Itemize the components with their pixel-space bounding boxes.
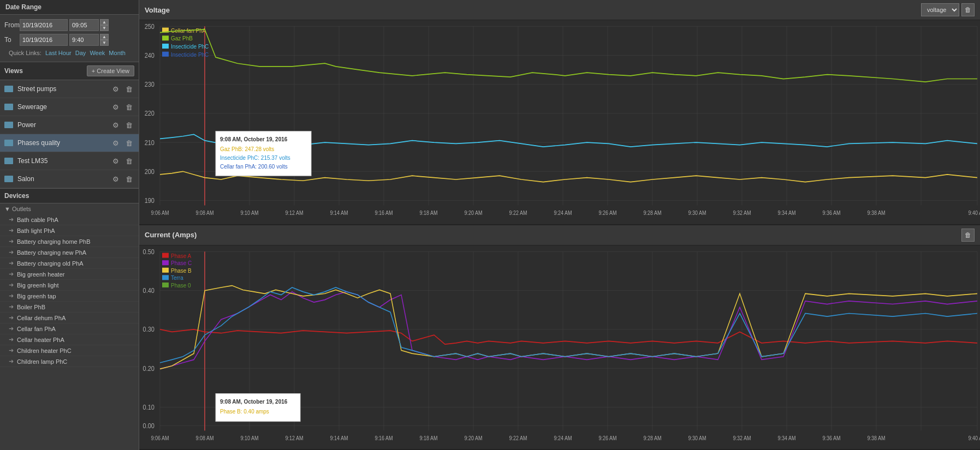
device-name: Cellar heater PhA	[17, 337, 64, 343]
view-item-test-lm35[interactable]: Test LM35 ⚙ 🗑	[0, 152, 139, 170]
view-icon-street-pumps	[4, 86, 13, 92]
device-children-lamp-phc[interactable]: ➜Children lamp PhC	[0, 356, 139, 367]
view-delete-sewerage[interactable]: 🗑	[123, 101, 134, 112]
view-settings-power[interactable]: ⚙	[110, 119, 121, 130]
current-chart-body: 0.50 0.40 0.30 0.20 0.10 0.00	[139, 245, 980, 449]
device-battery-charging-old-pha[interactable]: ➜Battery charging old PhA	[0, 258, 139, 269]
view-item-power[interactable]: Power ⚙ 🗑	[0, 116, 139, 134]
svg-text:9:20 AM: 9:20 AM	[464, 209, 482, 216]
view-item-street-pumps[interactable]: Street pumps ⚙ 🗑	[0, 80, 139, 98]
date-range-section: From ▲ ▼ To ▲ ▼ Quick Links: Last Hour D…	[0, 15, 139, 62]
svg-text:0.00: 0.00	[143, 422, 155, 429]
from-time-up[interactable]: ▲	[100, 19, 109, 25]
device-big-greenh-heater[interactable]: ➜Big greenh heater	[0, 269, 139, 280]
view-settings-street-pumps[interactable]: ⚙	[110, 83, 121, 94]
view-settings-test-lm35[interactable]: ⚙	[110, 155, 121, 166]
device-cellar-fan-pha[interactable]: ➜Cellar fan PhA	[0, 323, 139, 334]
svg-text:0.10: 0.10	[143, 403, 155, 411]
device-cellar-dehum-pha[interactable]: ➜Cellar dehum PhA	[0, 313, 139, 323]
to-time-up[interactable]: ▲	[100, 34, 109, 40]
view-actions-salon: ⚙ 🗑	[110, 173, 134, 184]
device-big-greenh-light[interactable]: ➜Big greenh light	[0, 280, 139, 291]
quick-link-day[interactable]: Day	[75, 50, 86, 56]
view-settings-sewerage[interactable]: ⚙	[110, 101, 121, 112]
view-name-sewerage: Sewerage	[17, 103, 110, 111]
current-chart-header: Current (Amps) 🗑	[139, 225, 980, 245]
device-bath-light-pha[interactable]: ➜Bath light PhA	[0, 225, 139, 236]
quick-link-month[interactable]: Month	[109, 50, 126, 56]
svg-text:Phase C: Phase C	[171, 259, 192, 266]
view-item-sewerage[interactable]: Sewerage ⚙ 🗑	[0, 98, 139, 116]
to-time-spinner[interactable]: ▲ ▼	[100, 34, 109, 46]
svg-text:9:24 AM: 9:24 AM	[554, 209, 572, 216]
device-battery-charging-new-pha[interactable]: ➜Battery charging new PhA	[0, 247, 139, 258]
svg-text:9:16 AM: 9:16 AM	[375, 434, 393, 441]
to-time-input[interactable]	[69, 34, 99, 46]
svg-text:9:26 AM: 9:26 AM	[598, 209, 616, 216]
from-time-down[interactable]: ▼	[100, 25, 109, 31]
voltage-chart-svg: 250 240 230 220 210 200 190	[139, 20, 980, 224]
svg-text:Phase B: Phase B	[171, 267, 192, 274]
svg-rect-119	[162, 260, 169, 265]
to-label: To	[4, 36, 20, 44]
view-delete-street-pumps[interactable]: 🗑	[123, 83, 134, 94]
device-arrow: ➜	[9, 227, 14, 234]
device-arrow: ➜	[9, 216, 14, 223]
svg-text:9:30 AM: 9:30 AM	[688, 209, 706, 216]
svg-rect-55	[162, 35, 169, 40]
svg-text:9:34 AM: 9:34 AM	[777, 209, 795, 216]
quick-links-label: Quick Links:	[9, 50, 41, 56]
device-boiler-phb[interactable]: ➜Boiler PhB	[0, 302, 139, 313]
view-delete-power[interactable]: 🗑	[123, 119, 134, 130]
svg-text:9:08 AM: 9:08 AM	[195, 209, 213, 216]
svg-text:200: 200	[145, 167, 155, 175]
view-icon-phases-quality	[4, 140, 13, 146]
to-date-input[interactable]	[20, 34, 68, 46]
view-item-phases-quality[interactable]: Phases quality ⚙ 🗑	[0, 134, 139, 152]
view-delete-test-lm35[interactable]: 🗑	[123, 155, 134, 166]
device-arrow: ➜	[9, 303, 14, 310]
svg-text:9:28 AM: 9:28 AM	[643, 209, 661, 216]
devices-group-outlets: ▼ Outlets	[0, 203, 139, 214]
device-battery-charging-home-phb[interactable]: ➜Battery charging home PhB	[0, 236, 139, 247]
device-name: Battery charging old PhA	[17, 260, 84, 267]
device-bath-cable-pha[interactable]: ➜Bath cable PhA	[0, 214, 139, 225]
svg-text:9:10 AM: 9:10 AM	[240, 434, 258, 441]
device-arrow: ➜	[9, 271, 14, 278]
svg-text:9:12 AM: 9:12 AM	[285, 209, 303, 216]
device-children-heater-phc[interactable]: ➜Children heater PhC	[0, 345, 139, 356]
view-name-street-pumps: Street pumps	[17, 85, 110, 93]
device-arrow: ➜	[9, 347, 14, 354]
svg-text:Phase B: 0.40 amps: Phase B: 0.40 amps	[220, 407, 269, 415]
views-label: Views	[4, 67, 23, 75]
svg-rect-117	[162, 253, 169, 257]
view-item-salon[interactable]: Salon ⚙ 🗑	[0, 170, 139, 188]
device-big-greenh-tap[interactable]: ➜Big greenh tap	[0, 291, 139, 302]
svg-text:9:20 AM: 9:20 AM	[464, 434, 482, 441]
svg-text:Insecticide PhC: Insecticide PhC	[171, 51, 209, 58]
svg-text:Insecticide PhC: 215.37 volts: Insecticide PhC: 215.37 volts	[220, 154, 290, 161]
voltage-chart-delete-button[interactable]: 🗑	[961, 3, 975, 16]
from-date-input[interactable]	[20, 19, 68, 31]
view-settings-salon[interactable]: ⚙	[110, 173, 121, 184]
quick-link-last-hour[interactable]: Last Hour	[45, 50, 72, 56]
view-delete-phases-quality[interactable]: 🗑	[123, 137, 134, 148]
svg-text:250: 250	[145, 22, 155, 30]
view-delete-salon[interactable]: 🗑	[123, 173, 134, 184]
views-list: Street pumps ⚙ 🗑 Sewerage ⚙ 🗑 Power ⚙ 🗑	[0, 80, 139, 188]
create-view-button[interactable]: + Create View	[87, 65, 134, 76]
svg-text:9:30 AM: 9:30 AM	[688, 434, 706, 441]
view-settings-phases-quality[interactable]: ⚙	[110, 137, 121, 148]
to-time-down[interactable]: ▼	[100, 40, 109, 46]
device-cellar-heater-pha[interactable]: ➜Cellar heater PhA	[0, 334, 139, 345]
voltage-chart-select[interactable]: voltage	[921, 3, 959, 16]
outlets-expand-icon[interactable]: ▼	[4, 206, 12, 212]
svg-text:0.30: 0.30	[143, 325, 155, 333]
current-chart-delete-button[interactable]: 🗑	[961, 229, 975, 242]
quick-link-week[interactable]: Week	[90, 50, 105, 56]
svg-text:9:08 AM, October 19, 2016: 9:08 AM, October 19, 2016	[220, 135, 287, 142]
from-time-spinner[interactable]: ▲ ▼	[100, 19, 109, 31]
from-time-input[interactable]	[69, 19, 99, 31]
device-arrow: ➜	[9, 238, 14, 245]
device-name: Battery charging new PhA	[17, 249, 86, 256]
